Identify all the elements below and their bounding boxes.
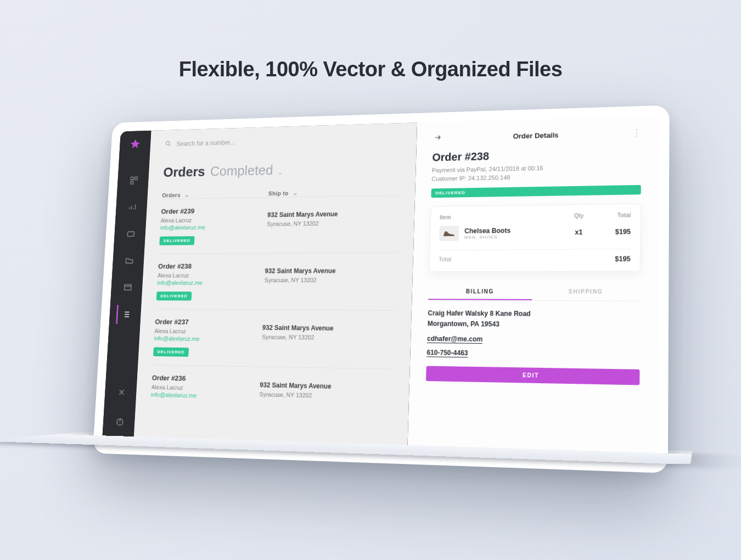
- order-customer: Alexa Lacruz: [160, 216, 267, 224]
- status-badge: DELIVERED: [431, 185, 641, 198]
- list-icon[interactable]: [116, 305, 134, 323]
- app-screen: Search for a number... Orders Completed …: [102, 115, 659, 462]
- product-category: MEN, SHOES: [464, 234, 562, 240]
- col-qty: Qty: [562, 212, 597, 219]
- line-item[interactable]: Chelsea Boots MEN, SHOES x1 $195: [439, 224, 631, 241]
- address-line-2: Morgantown, PA 19543: [428, 319, 640, 332]
- order-id: Order #236: [151, 374, 260, 384]
- app-logo[interactable]: [128, 138, 142, 151]
- dimmed-area: Search for a number... Orders Completed …: [102, 122, 417, 453]
- billing-email[interactable]: cdhafer@me.com: [427, 335, 482, 344]
- total-value: $195: [615, 255, 631, 263]
- product-qty: x1: [562, 228, 596, 237]
- svg-rect-3: [127, 232, 134, 237]
- page-heading: Orders Completed ⌄: [163, 159, 400, 181]
- ship-line-2: Syracuse, NY 13202: [267, 219, 398, 227]
- ship-line-2: Syracuse, NY 13202: [262, 334, 395, 342]
- back-arrow-icon[interactable]: [433, 133, 442, 143]
- page-filter[interactable]: Completed: [210, 162, 273, 179]
- tools-icon[interactable]: [111, 383, 130, 402]
- order-customer: Alexa Lacruz: [154, 328, 262, 335]
- folder-icon[interactable]: [119, 251, 138, 270]
- order-heading: Order #238: [432, 147, 641, 164]
- panel-title: Order Details: [442, 129, 632, 142]
- status-badge: DELIVERED: [156, 292, 192, 300]
- dashboard-icon[interactable]: [124, 171, 142, 190]
- ship-line-1: 932 Saint Marys Avenue: [267, 210, 398, 219]
- order-email: info@alexlaruz.me: [154, 335, 262, 343]
- order-email: info@alexlaruz.me: [157, 279, 265, 286]
- tab-shipping[interactable]: SHIPPING: [532, 284, 640, 300]
- order-row[interactable]: Order #237 Alexa Lacruz info@alexlaruz.m…: [153, 309, 395, 369]
- col-total: Total: [596, 212, 631, 219]
- ship-line-1: 932 Saint Marys Avenue: [262, 324, 395, 333]
- billing-phone[interactable]: 610-750-4463: [426, 349, 468, 357]
- order-customer: Alexa Lacruz: [158, 272, 265, 279]
- ship-line-2: Syracuse, NY 13202: [265, 277, 397, 283]
- search-icon: [165, 140, 172, 149]
- tab-billing[interactable]: BILLING: [428, 284, 532, 300]
- svg-point-6: [166, 141, 170, 145]
- svg-rect-1: [134, 177, 137, 180]
- order-row[interactable]: Order #239 Alexa Lacruz info@alexlaruz.m…: [159, 195, 399, 254]
- product-price: $195: [596, 228, 631, 236]
- promo-headline: Flexible, 100% Vector & Organized Files: [179, 58, 563, 81]
- svg-rect-4: [124, 284, 131, 290]
- product-name: Chelsea Boots: [464, 226, 562, 235]
- analytics-icon[interactable]: [122, 198, 141, 216]
- line-items-card: Item Qty Total Chelsea Boots MEN, SHOES …: [429, 204, 641, 272]
- order-id: Order #238: [158, 262, 266, 270]
- window-icon[interactable]: [117, 278, 136, 296]
- ship-line-1: 932 Saint Marys Avenue: [265, 267, 396, 275]
- order-row[interactable]: Order #236 Alexa Lacruz info@alexlaruz.m…: [150, 365, 394, 417]
- col-item: Item: [440, 213, 562, 221]
- ip-meta: Customer IP: 24.132.250.148: [431, 171, 641, 182]
- order-detail-panel: Order Details ⋮ Order #238 Payment via P…: [407, 115, 659, 462]
- order-id: Order #239: [161, 206, 268, 215]
- laptop-frame: Search for a number... Orders Completed …: [93, 105, 670, 473]
- total-label: Total: [439, 255, 615, 264]
- column-orders[interactable]: Orders ⌄: [162, 189, 268, 199]
- status-badge: DELIVERED: [153, 347, 189, 356]
- orders-list-pane: Search for a number... Orders Completed …: [133, 122, 417, 453]
- search-placeholder: Search for a number...: [176, 139, 235, 148]
- ship-line-1: 932 Saint Marys Avenue: [260, 381, 393, 391]
- chevron-down-icon: ⌄: [184, 190, 190, 198]
- power-icon[interactable]: [110, 412, 128, 432]
- ship-line-2: Syracuse, NY 13202: [259, 391, 392, 400]
- product-thumb: [439, 226, 459, 241]
- status-badge: DELIVERED: [159, 236, 194, 245]
- order-row[interactable]: Order #238 Alexa Lacruz info@alexlaruz.m…: [156, 253, 397, 310]
- address-tabs: BILLING SHIPPING: [428, 284, 640, 301]
- billing-address: Craig Hafer Walsky 8 Kane Road Morgantow…: [428, 308, 641, 331]
- svg-rect-2: [130, 181, 133, 184]
- order-id: Order #237: [155, 318, 263, 327]
- order-email: info@alexlaruz.me: [160, 223, 267, 231]
- chevron-down-icon: ⌄: [292, 188, 299, 197]
- chevron-down-icon[interactable]: ⌄: [277, 167, 284, 176]
- page-title: Orders: [163, 164, 205, 180]
- wallet-icon[interactable]: [121, 225, 139, 243]
- order-email: info@alexlaruz.me: [151, 391, 260, 400]
- edit-button[interactable]: EDIT: [426, 366, 639, 385]
- svg-rect-0: [131, 177, 133, 180]
